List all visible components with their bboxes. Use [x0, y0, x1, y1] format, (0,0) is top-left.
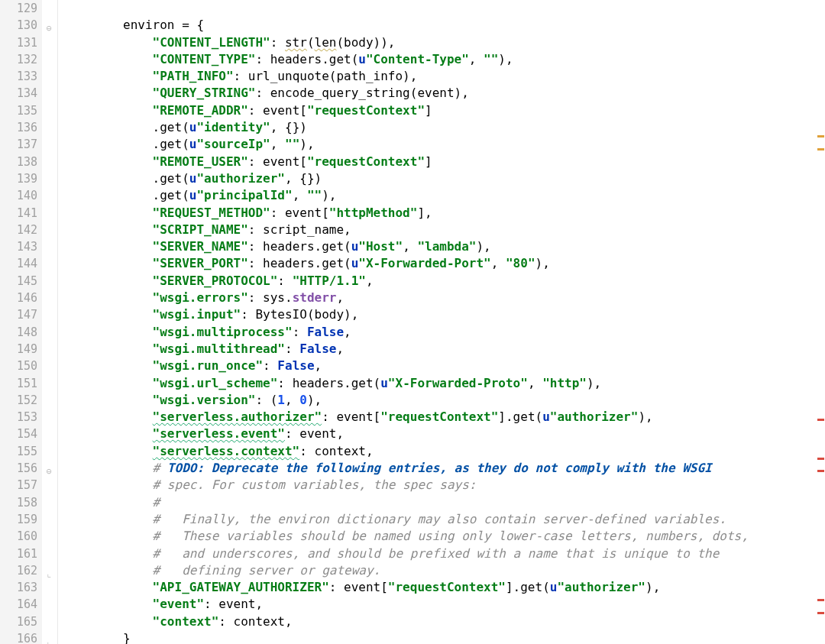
code-line[interactable]: "event": event,	[64, 596, 825, 613]
code-line[interactable]: "context": context,	[64, 613, 825, 630]
line-number: 144	[0, 255, 37, 272]
line-number: 147	[0, 306, 37, 323]
code-line[interactable]: "CONTENT_TYPE": headers.get(u"Content-Ty…	[64, 51, 825, 68]
line-number: 165	[0, 613, 37, 630]
code-line[interactable]: # These variables should be named using …	[64, 528, 825, 545]
line-number: 141	[0, 205, 37, 222]
fold-open-icon[interactable]: ⊖	[44, 20, 54, 31]
code-line[interactable]: "serverless.event": event,	[64, 426, 825, 442]
line-number: 158	[0, 494, 37, 511]
code-line[interactable]: # defining server or gateway.	[64, 562, 825, 579]
code-line[interactable]: # Finally, the environ dictionary may al…	[64, 511, 825, 528]
line-number: 163	[0, 579, 37, 596]
line-number: 146	[0, 290, 37, 306]
fold-close-icon[interactable]: ⌞	[44, 565, 54, 576]
code-line[interactable]: # spec. For custom variables, the spec s…	[64, 477, 825, 494]
code-line[interactable]: "REQUEST_METHOD": event["httpMethod"],	[64, 205, 825, 222]
line-number: 152	[0, 392, 37, 409]
code-editor[interactable]: 1291301311321331341351361371381391401411…	[0, 0, 825, 644]
code-line[interactable]: "wsgi.url_scheme": headers.get(u"X-Forwa…	[64, 375, 825, 392]
code-line[interactable]: #	[64, 494, 825, 511]
code-line[interactable]: }	[64, 630, 825, 644]
line-number: 151	[0, 375, 37, 392]
line-number: 142	[0, 222, 37, 238]
minimap-marker[interactable]	[817, 135, 824, 138]
code-line[interactable]: "SERVER_PORT": headers.get(u"X-Forwarded…	[64, 255, 825, 272]
code-line[interactable]: "SCRIPT_NAME": script_name,	[64, 222, 825, 238]
code-line[interactable]: # TODO: Deprecate the following entries,…	[64, 460, 825, 477]
line-number: 130	[0, 17, 37, 34]
code-line[interactable]: "serverless.context": context,	[64, 443, 825, 460]
code-line[interactable]: "SERVER_NAME": headers.get(u"Host", "lam…	[64, 238, 825, 255]
code-line[interactable]: .get(u"principalId", ""),	[64, 187, 825, 204]
code-line[interactable]: "PATH_INFO": url_unquote(path_info),	[64, 68, 825, 85]
code-line[interactable]: "serverless.authorizer": event["requestC…	[64, 409, 825, 426]
line-number: 143	[0, 238, 37, 255]
code-line[interactable]: "API_GATEWAY_AUTHORIZER": event["request…	[64, 579, 825, 596]
line-number: 132	[0, 51, 37, 68]
line-number: 162	[0, 562, 37, 579]
minimap[interactable]	[816, 0, 825, 644]
line-number: 159	[0, 511, 37, 528]
line-number: 157	[0, 477, 37, 494]
line-number: 155	[0, 443, 37, 460]
line-number: 154	[0, 426, 37, 442]
line-number: 138	[0, 154, 37, 170]
code-line[interactable]: "REMOTE_ADDR": event["requestContext"]	[64, 102, 825, 119]
line-number: 136	[0, 119, 37, 136]
line-number: 134	[0, 85, 37, 102]
code-line[interactable]: "CONTENT_LENGTH": str(len(body)),	[64, 34, 825, 51]
minimap-marker[interactable]	[817, 458, 824, 460]
code-line[interactable]: .get(u"authorizer", {})	[64, 170, 825, 187]
line-number: 160	[0, 528, 37, 545]
line-number: 145	[0, 273, 37, 290]
minimap-marker[interactable]	[817, 612, 824, 614]
line-number: 150	[0, 358, 37, 374]
code-line[interactable]: "SERVER_PROTOCOL": "HTTP/1.1",	[64, 273, 825, 290]
fold-column[interactable]: ⊖⊖⌞⌞	[42, 0, 58, 644]
line-number: 161	[0, 545, 37, 562]
line-number: 166	[0, 630, 37, 644]
code-line[interactable]: "wsgi.run_once": False,	[64, 358, 825, 374]
minimap-marker[interactable]	[817, 419, 824, 421]
code-area[interactable]: environ = { "CONTENT_LENGTH": str(len(bo…	[58, 0, 825, 644]
minimap-marker[interactable]	[817, 148, 824, 150]
fold-open-icon[interactable]: ⊖	[44, 463, 54, 474]
code-line[interactable]: .get(u"sourceIp", ""),	[64, 136, 825, 153]
code-line[interactable]: .get(u"identity", {})	[64, 119, 825, 136]
line-number-gutter: 1291301311321331341351361371381391401411…	[0, 0, 42, 644]
code-line[interactable]: "wsgi.input": BytesIO(body),	[64, 306, 825, 323]
code-line[interactable]: "wsgi.errors": sys.stderr,	[64, 290, 825, 306]
code-line[interactable]: "QUERY_STRING": encode_query_string(even…	[64, 85, 825, 102]
code-line[interactable]: "REMOTE_USER": event["requestContext"]	[64, 154, 825, 170]
line-number: 156	[0, 460, 37, 477]
code-line[interactable]: "wsgi.multithread": False,	[64, 341, 825, 358]
code-line[interactable]: # and underscores, and should be prefixe…	[64, 545, 825, 562]
line-number: 139	[0, 170, 37, 187]
line-number: 137	[0, 136, 37, 153]
minimap-marker[interactable]	[817, 470, 824, 472]
code-line[interactable]	[64, 0, 825, 17]
line-number: 148	[0, 324, 37, 341]
line-number: 129	[0, 0, 37, 17]
line-number: 135	[0, 102, 37, 119]
line-number: 131	[0, 34, 37, 51]
line-number: 140	[0, 187, 37, 204]
line-number: 149	[0, 341, 37, 358]
code-line[interactable]: "wsgi.version": (1, 0),	[64, 392, 825, 409]
minimap-marker[interactable]	[817, 599, 824, 601]
fold-close-icon[interactable]: ⌞	[44, 633, 54, 644]
line-number: 153	[0, 409, 37, 426]
line-number: 133	[0, 68, 37, 85]
line-number: 164	[0, 596, 37, 613]
code-line[interactable]: "wsgi.multiprocess": False,	[64, 324, 825, 341]
code-line[interactable]: environ = {	[64, 17, 825, 34]
